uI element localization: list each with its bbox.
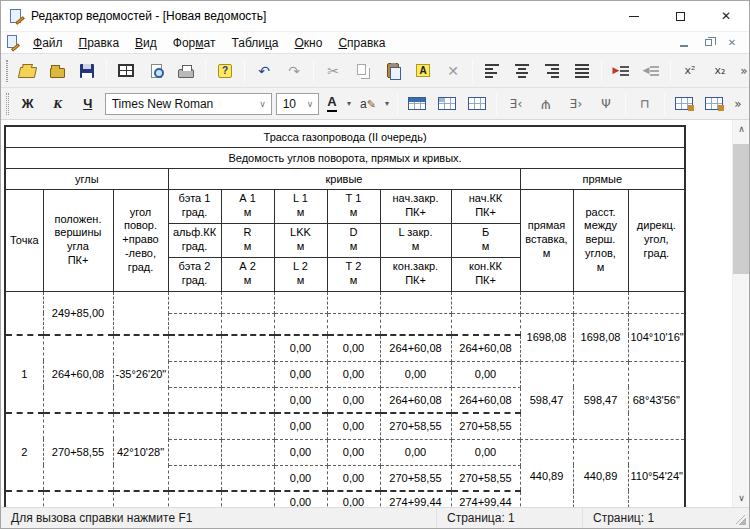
data-cell[interactable] (221, 335, 274, 361)
mdi-minimize-button[interactable] (677, 36, 691, 50)
data-cell[interactable]: 0,00 (274, 439, 327, 465)
data-cell[interactable] (221, 413, 274, 439)
data-cell[interactable] (168, 291, 221, 313)
cell-position[interactable]: 264+60,08 (43, 335, 113, 413)
data-cell[interactable] (380, 291, 451, 313)
data-cell[interactable] (274, 313, 327, 335)
header-turn-angle[interactable]: угол повор. +право -лево, град. (113, 189, 168, 291)
data-cell[interactable]: 270+58,55 (380, 413, 451, 439)
cell-straight-distance[interactable] (573, 291, 628, 313)
data-cell[interactable]: 0,00 (327, 491, 380, 507)
data-cell[interactable]: 0,00 (274, 387, 327, 413)
data-cell[interactable]: 0,00 (274, 465, 327, 491)
main-toolbar-overflow-button[interactable]: » (735, 58, 750, 84)
font-color-button[interactable]: A (321, 91, 343, 117)
header-cell[interactable]: бэта 1 град. (168, 189, 221, 223)
data-cell[interactable] (221, 313, 274, 335)
cell-straight-insert[interactable]: 440,89 (520, 439, 573, 507)
cell-straight-distance[interactable]: 598,47 (573, 361, 628, 439)
font-color-dropdown[interactable]: ▾ (343, 91, 355, 117)
border-pencil-dropdown[interactable]: ▾ (381, 91, 393, 117)
header-cell[interactable]: Т 2 м (327, 257, 380, 291)
font-name-combobox[interactable]: Times New Roman ∨ (105, 93, 272, 115)
data-cell[interactable] (168, 313, 221, 335)
align-center-button[interactable] (507, 58, 537, 84)
table-header-button[interactable] (432, 91, 462, 117)
data-cell[interactable] (451, 313, 520, 335)
header-vertex-position[interactable]: положен. вершины угла ПК+ (43, 189, 113, 291)
vertical-scrollbar[interactable]: ∧ ∨ (732, 120, 749, 507)
data-cell[interactable]: 0,00 (274, 491, 327, 507)
header-cell[interactable]: LKK м (274, 223, 327, 257)
cell-angle[interactable]: 42°10'28" (113, 413, 168, 491)
header-vertex-distance[interactable]: расст. между верш. углов, м (573, 189, 628, 291)
data-cell[interactable] (327, 291, 380, 313)
data-cell[interactable] (451, 291, 520, 313)
split-cells-right-button[interactable]: Ǝ› (561, 91, 591, 117)
header-cell[interactable]: альф.КК град. (168, 223, 221, 257)
save-button[interactable] (72, 58, 102, 84)
data-cell[interactable]: 0,00 (327, 361, 380, 387)
data-cell[interactable]: 270+58,55 (380, 465, 451, 491)
grid-view-button[interactable] (111, 58, 141, 84)
data-cell[interactable]: 264+60,08 (380, 387, 451, 413)
merge-cells-down-button[interactable]: Ψ (591, 91, 621, 117)
superscript-button[interactable]: x² (675, 58, 705, 84)
menu-table[interactable]: Таблица (223, 33, 286, 53)
underline-button[interactable]: Ч (73, 91, 103, 117)
data-cell[interactable] (221, 439, 274, 465)
cell-position[interactable] (43, 491, 113, 507)
header-cell[interactable]: D м (327, 223, 380, 257)
merge-cells-up-button[interactable]: Ψ (531, 91, 561, 117)
data-cell[interactable] (168, 439, 221, 465)
menu-window[interactable]: Окно (287, 33, 331, 53)
data-cell[interactable]: 274+99,44 (451, 491, 520, 507)
data-cell[interactable]: 0,00 (327, 387, 380, 413)
data-cell[interactable]: 0,00 (327, 439, 380, 465)
data-cell[interactable]: 0,00 (327, 335, 380, 361)
cell-straight-direction[interactable] (628, 291, 685, 313)
menu-edit[interactable]: Правка (71, 33, 128, 53)
cell-point[interactable] (5, 291, 43, 335)
header-cell[interactable]: R м (221, 223, 274, 257)
table-grid-button[interactable] (462, 91, 492, 117)
cell-angle[interactable] (113, 491, 168, 507)
menu-format[interactable]: Формат (165, 33, 224, 53)
align-justify-button[interactable] (567, 58, 597, 84)
bold-button[interactable]: Ж (13, 91, 43, 117)
mdi-close-button[interactable]: ✕ (725, 36, 739, 50)
header-cell[interactable]: А 1 м (221, 189, 274, 223)
data-cell[interactable]: 264+60,08 (451, 387, 520, 413)
copy-button[interactable] (348, 58, 378, 84)
print-button[interactable] (171, 58, 201, 84)
indent-decrease-button[interactable]: ◀ (636, 58, 666, 84)
cell-point[interactable]: 1 (5, 335, 43, 413)
insert-table-button[interactable] (402, 91, 432, 117)
open-template-button[interactable] (42, 58, 72, 84)
undo-button[interactable]: ↶ (249, 58, 279, 84)
cell-position[interactable]: 249+85,00 (43, 291, 113, 335)
data-cell[interactable]: 0,00 (327, 413, 380, 439)
cell-point[interactable] (5, 491, 43, 507)
data-cell[interactable]: 264+60,08 (380, 335, 451, 361)
toolbar-drag-handle[interactable] (6, 60, 8, 82)
header-cell[interactable]: нач.КК ПК+ (451, 189, 520, 223)
header-cell[interactable]: кон.закр. ПК+ (380, 257, 451, 291)
data-cell[interactable] (274, 291, 327, 313)
insert-row-above-button[interactable] (669, 91, 699, 117)
data-cell[interactable]: 0,00 (274, 413, 327, 439)
header-direction-angle[interactable]: дирекц. угол, град. (628, 189, 685, 291)
italic-button[interactable]: К (43, 91, 73, 117)
redo-button[interactable]: ↷ (279, 58, 309, 84)
cell-straight-direction[interactable]: 110°54'24" (628, 439, 685, 507)
cell-straight-insert[interactable] (520, 291, 573, 313)
close-button[interactable]: ✕ (703, 1, 749, 31)
cell-straight-insert[interactable]: 1698,08 (520, 313, 573, 361)
help-button[interactable]: ? (210, 58, 240, 84)
data-cell[interactable] (327, 313, 380, 335)
header-cell[interactable]: кон.КК ПК+ (451, 257, 520, 291)
menu-file[interactable]: Файл (25, 33, 71, 53)
cut-button[interactable]: ✂ (318, 58, 348, 84)
split-cells-left-button[interactable]: Ǝ‹ (501, 91, 531, 117)
cell-straight-distance[interactable]: 440,89 (573, 439, 628, 507)
